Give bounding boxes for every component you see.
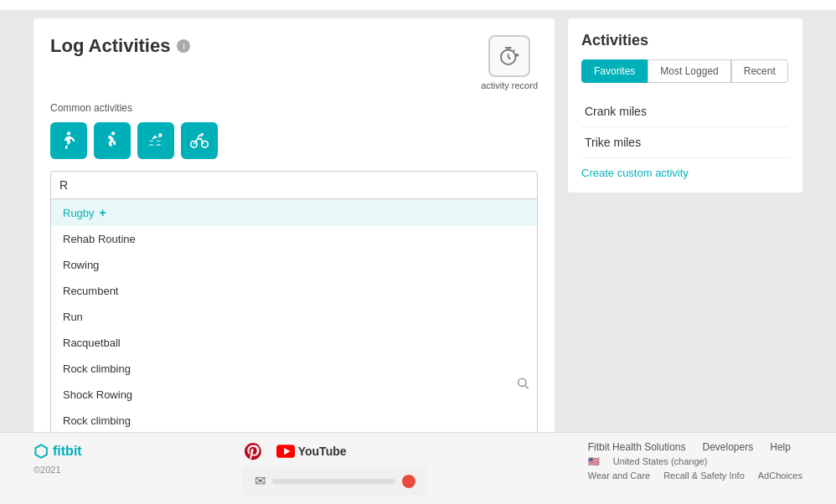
dropdown-item-text-recumbent: Recumbent (63, 285, 118, 297)
fitbit-logo-text: fitbit (53, 444, 82, 459)
svg-point-1 (67, 131, 70, 135)
tabs-row: Favorites Most Logged Recent (581, 59, 789, 83)
card-header: Log Activities i activit (50, 35, 538, 90)
dropdown-item-run[interactable]: Run (51, 304, 537, 330)
tab-favorites[interactable]: Favorites (581, 59, 648, 83)
footer-right: Fitbit Health Solutions Developers Help … (588, 441, 802, 481)
dropdown-item-rowing[interactable]: Rowing (51, 252, 537, 278)
footer-link-wear-care[interactable]: Wear and Care (588, 471, 650, 481)
tab-most-logged[interactable]: Most Logged (648, 59, 730, 83)
dropdown-item-text-rowing: Rowing (63, 259, 99, 271)
footer-legal-links: Wear and Care Recall & Safety Info AdCho… (588, 471, 802, 481)
fitbit-dot-icon: ⬡ (34, 441, 48, 461)
copyright-text: ©2021 (34, 465, 61, 475)
activity-record-button[interactable]: activity record (481, 35, 538, 90)
svg-point-7 (519, 378, 526, 386)
dropdown-item-recumbent[interactable]: Recumbent (51, 278, 537, 304)
sidebar-title: Activities (581, 32, 789, 49)
footer-link-united-states[interactable]: United States (change) (613, 456, 708, 467)
footer-bottom-links: 🇺🇸 United States (change) (588, 456, 802, 467)
running-icon (101, 130, 123, 152)
tab-recent[interactable]: Recent (731, 59, 788, 83)
log-activities-card: Log Activities i activit (34, 18, 555, 504)
email-subscription-bar[interactable]: ✉ (243, 466, 427, 496)
fitbit-brand: ⬡ fitbit (34, 441, 82, 461)
swimming-icon (145, 130, 167, 152)
dropdown-item-rehab[interactable]: Rehab Routine (51, 226, 537, 252)
cycling-activity-btn[interactable] (181, 122, 218, 159)
email-icon: ✉ (255, 473, 266, 489)
footer-link-recall[interactable]: Recall & Safety Info (663, 471, 745, 481)
svg-point-3 (158, 133, 162, 136)
dropdown-item-text-shock-rowing: Shock Rowing (63, 388, 132, 401)
activities-sidebar: Activities Favorites Most Logged Recent … (568, 18, 802, 193)
footer-link-developers[interactable]: Developers (703, 441, 754, 453)
dropdown-item-rock-climbing-1[interactable]: Rock climbing (51, 356, 537, 382)
activity-record-label: activity record (481, 80, 538, 90)
footer-link-help[interactable]: Help (770, 441, 791, 453)
footer-center: YouTube ✉ (243, 441, 427, 496)
cycling-icon (188, 130, 210, 152)
footer-left: ⬡ fitbit ©2021 (34, 441, 82, 475)
stopwatch-plus-icon (497, 44, 522, 69)
page-wrapper: Log Activities i activit (0, 0, 836, 504)
activity-record-icon-box (488, 35, 530, 77)
page-title: Log Activities (50, 35, 170, 57)
main-content: Log Activities i activit (0, 10, 836, 504)
walking-activity-btn[interactable] (50, 122, 87, 159)
search-icon (516, 376, 529, 389)
search-input[interactable] (50, 171, 538, 199)
list-item-crank-miles[interactable]: Crank miles (581, 96, 789, 127)
svg-point-2 (111, 131, 115, 135)
dropdown-item-racquetball[interactable]: Racquetball (51, 330, 537, 356)
footer-links: Fitbit Health Solutions Developers Help (588, 441, 802, 453)
social-icons-row: YouTube (243, 441, 427, 461)
search-button[interactable] (516, 376, 529, 392)
dropdown-item-text-rugby: Rugby (63, 207, 95, 219)
top-bar (0, 0, 836, 10)
dropdown-item-text-rock-climbing-1: Rock climbing (63, 363, 131, 375)
email-close-btn[interactable] (402, 475, 415, 488)
activity-icons-row (50, 122, 538, 159)
svg-line-8 (525, 385, 529, 388)
running-activity-btn[interactable] (94, 122, 131, 159)
plus-icon-rugby: + (100, 206, 106, 219)
pinterest-icon[interactable] (243, 441, 263, 461)
footer-link-health-solutions[interactable]: Fitbit Health Solutions (588, 441, 686, 453)
email-placeholder (272, 479, 395, 484)
dropdown-item-rock-climbing-2[interactable]: Rock climbing (51, 408, 537, 434)
swimming-activity-btn[interactable] (137, 122, 174, 159)
walking-icon (58, 130, 80, 152)
dropdown-item-rugby[interactable]: Rugby + (51, 199, 537, 226)
footer-flag-icon: 🇺🇸 (588, 456, 600, 467)
svg-point-6 (201, 133, 204, 136)
common-activities-label: Common activities (50, 102, 538, 114)
create-custom-activity-link[interactable]: Create custom activity (581, 167, 789, 179)
dropdown-item-shock-rowing[interactable]: Shock Rowing (51, 382, 537, 408)
info-icon[interactable]: i (177, 39, 190, 53)
footer-link-adchoices[interactable]: AdChoices (758, 471, 802, 481)
dropdown-item-text-rehab: Rehab Routine (63, 233, 136, 245)
youtube-play-icon (276, 445, 295, 458)
footer-area: ⬡ fitbit ©2021 (0, 432, 836, 504)
youtube-label: YouTube (298, 445, 347, 458)
dropdown-item-text-run: Run (63, 311, 83, 323)
dropdown-item-text-racquetball: Racquetball (63, 337, 121, 349)
youtube-icon-group[interactable]: YouTube (276, 445, 347, 458)
dropdown-item-text-rock-climbing-2: Rock climbing (63, 414, 131, 427)
list-item-trike-miles[interactable]: Trike miles (581, 127, 789, 158)
card-title-row: Log Activities i (50, 35, 190, 57)
